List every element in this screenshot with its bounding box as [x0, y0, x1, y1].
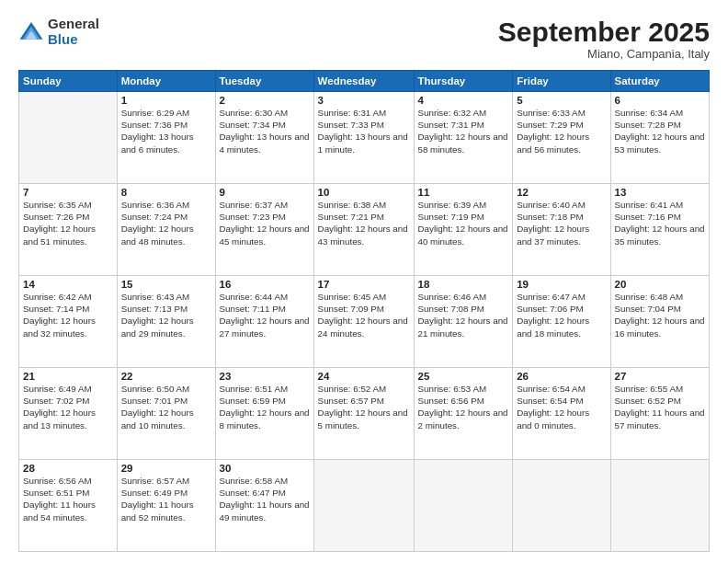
calendar-week-row: 14Sunrise: 6:42 AMSunset: 7:14 PMDayligh… — [19, 276, 710, 368]
day-number: 11 — [418, 187, 509, 198]
logo-icon — [18, 19, 44, 45]
col-sunday: Sunday — [19, 71, 118, 92]
day-number: 24 — [318, 371, 410, 382]
day-number: 10 — [318, 187, 410, 198]
table-row: 2Sunrise: 6:30 AMSunset: 7:34 PMDaylight… — [215, 92, 313, 184]
col-friday: Friday — [513, 71, 610, 92]
day-info: Sunrise: 6:56 AMSunset: 6:51 PMDaylight:… — [23, 475, 113, 523]
table-row: 26Sunrise: 6:54 AMSunset: 6:54 PMDayligh… — [513, 368, 610, 460]
col-tuesday: Tuesday — [215, 71, 313, 92]
day-number: 22 — [121, 371, 211, 382]
table-row: 27Sunrise: 6:55 AMSunset: 6:52 PMDayligh… — [610, 368, 710, 460]
day-info: Sunrise: 6:51 AMSunset: 6:59 PMDaylight:… — [220, 383, 310, 431]
day-number: 15 — [121, 279, 211, 290]
logo-general-text: General — [48, 17, 99, 32]
table-row — [313, 460, 414, 552]
logo: General Blue — [18, 17, 99, 47]
logo-text: General Blue — [48, 17, 99, 47]
day-number: 3 — [318, 95, 410, 106]
day-number: 28 — [23, 463, 113, 474]
day-number: 6 — [615, 95, 706, 106]
day-info: Sunrise: 6:34 AMSunset: 7:28 PMDaylight:… — [615, 107, 706, 155]
calendar-week-row: 1Sunrise: 6:29 AMSunset: 7:36 PMDaylight… — [19, 92, 710, 184]
table-row: 12Sunrise: 6:40 AMSunset: 7:18 PMDayligh… — [513, 184, 610, 276]
day-number: 30 — [220, 463, 310, 474]
day-info: Sunrise: 6:39 AMSunset: 7:19 PMDaylight:… — [418, 199, 509, 247]
day-info: Sunrise: 6:42 AMSunset: 7:14 PMDaylight:… — [23, 291, 113, 339]
calendar-week-row: 21Sunrise: 6:49 AMSunset: 7:02 PMDayligh… — [19, 368, 710, 460]
page: General Blue September 2025 Miano, Campa… — [0, 0, 728, 563]
day-number: 4 — [418, 95, 509, 106]
table-row — [414, 460, 513, 552]
day-info: Sunrise: 6:50 AMSunset: 7:01 PMDaylight:… — [121, 383, 211, 431]
table-row — [610, 460, 710, 552]
day-info: Sunrise: 6:58 AMSunset: 6:47 PMDaylight:… — [220, 475, 310, 523]
table-row: 23Sunrise: 6:51 AMSunset: 6:59 PMDayligh… — [215, 368, 313, 460]
table-row: 28Sunrise: 6:56 AMSunset: 6:51 PMDayligh… — [19, 460, 118, 552]
table-row — [19, 92, 118, 184]
calendar-header-row: Sunday Monday Tuesday Wednesday Thursday… — [19, 71, 710, 92]
day-info: Sunrise: 6:48 AMSunset: 7:04 PMDaylight:… — [615, 291, 706, 339]
table-row: 15Sunrise: 6:43 AMSunset: 7:13 PMDayligh… — [117, 276, 215, 368]
table-row: 13Sunrise: 6:41 AMSunset: 7:16 PMDayligh… — [610, 184, 710, 276]
table-row: 30Sunrise: 6:58 AMSunset: 6:47 PMDayligh… — [215, 460, 313, 552]
day-number: 5 — [517, 95, 606, 106]
day-info: Sunrise: 6:33 AMSunset: 7:29 PMDaylight:… — [517, 107, 606, 155]
day-info: Sunrise: 6:38 AMSunset: 7:21 PMDaylight:… — [318, 199, 410, 247]
day-info: Sunrise: 6:54 AMSunset: 6:54 PMDaylight:… — [517, 383, 606, 431]
table-row: 11Sunrise: 6:39 AMSunset: 7:19 PMDayligh… — [414, 184, 513, 276]
day-number: 16 — [220, 279, 310, 290]
col-monday: Monday — [117, 71, 215, 92]
day-number: 21 — [23, 371, 113, 382]
calendar-week-row: 7Sunrise: 6:35 AMSunset: 7:26 PMDaylight… — [19, 184, 710, 276]
table-row: 8Sunrise: 6:36 AMSunset: 7:24 PMDaylight… — [117, 184, 215, 276]
table-row: 6Sunrise: 6:34 AMSunset: 7:28 PMDaylight… — [610, 92, 710, 184]
day-number: 8 — [121, 187, 211, 198]
day-number: 20 — [615, 279, 706, 290]
col-saturday: Saturday — [610, 71, 710, 92]
table-row: 10Sunrise: 6:38 AMSunset: 7:21 PMDayligh… — [313, 184, 414, 276]
day-info: Sunrise: 6:32 AMSunset: 7:31 PMDaylight:… — [418, 107, 509, 155]
logo-blue-text: Blue — [48, 32, 99, 48]
table-row: 16Sunrise: 6:44 AMSunset: 7:11 PMDayligh… — [215, 276, 313, 368]
col-thursday: Thursday — [414, 71, 513, 92]
table-row: 29Sunrise: 6:57 AMSunset: 6:49 PMDayligh… — [117, 460, 215, 552]
day-number: 17 — [318, 279, 410, 290]
col-wednesday: Wednesday — [313, 71, 414, 92]
day-info: Sunrise: 6:36 AMSunset: 7:24 PMDaylight:… — [121, 199, 211, 247]
title-block: September 2025 Miano, Campania, Italy — [498, 17, 710, 61]
day-info: Sunrise: 6:41 AMSunset: 7:16 PMDaylight:… — [615, 199, 706, 247]
day-info: Sunrise: 6:52 AMSunset: 6:57 PMDaylight:… — [318, 383, 410, 431]
day-info: Sunrise: 6:30 AMSunset: 7:34 PMDaylight:… — [220, 107, 310, 155]
day-info: Sunrise: 6:46 AMSunset: 7:08 PMDaylight:… — [418, 291, 509, 339]
calendar-table: Sunday Monday Tuesday Wednesday Thursday… — [18, 70, 710, 552]
table-row: 18Sunrise: 6:46 AMSunset: 7:08 PMDayligh… — [414, 276, 513, 368]
day-info: Sunrise: 6:44 AMSunset: 7:11 PMDaylight:… — [220, 291, 310, 339]
day-number: 7 — [23, 187, 113, 198]
day-number: 26 — [517, 371, 606, 382]
table-row: 21Sunrise: 6:49 AMSunset: 7:02 PMDayligh… — [19, 368, 118, 460]
table-row: 14Sunrise: 6:42 AMSunset: 7:14 PMDayligh… — [19, 276, 118, 368]
day-info: Sunrise: 6:37 AMSunset: 7:23 PMDaylight:… — [220, 199, 310, 247]
day-number: 23 — [220, 371, 310, 382]
calendar-week-row: 28Sunrise: 6:56 AMSunset: 6:51 PMDayligh… — [19, 460, 710, 552]
day-info: Sunrise: 6:55 AMSunset: 6:52 PMDaylight:… — [615, 383, 706, 431]
table-row: 1Sunrise: 6:29 AMSunset: 7:36 PMDaylight… — [117, 92, 215, 184]
day-number: 13 — [615, 187, 706, 198]
month-title: September 2025 — [498, 17, 710, 47]
day-number: 9 — [220, 187, 310, 198]
day-info: Sunrise: 6:29 AMSunset: 7:36 PMDaylight:… — [121, 107, 211, 155]
table-row: 25Sunrise: 6:53 AMSunset: 6:56 PMDayligh… — [414, 368, 513, 460]
header: General Blue September 2025 Miano, Campa… — [18, 17, 710, 61]
table-row: 22Sunrise: 6:50 AMSunset: 7:01 PMDayligh… — [117, 368, 215, 460]
day-number: 27 — [615, 371, 706, 382]
table-row — [513, 460, 610, 552]
day-info: Sunrise: 6:35 AMSunset: 7:26 PMDaylight:… — [23, 199, 113, 247]
day-info: Sunrise: 6:47 AMSunset: 7:06 PMDaylight:… — [517, 291, 606, 339]
day-number: 1 — [121, 95, 211, 106]
table-row: 4Sunrise: 6:32 AMSunset: 7:31 PMDaylight… — [414, 92, 513, 184]
day-number: 29 — [121, 463, 211, 474]
table-row: 20Sunrise: 6:48 AMSunset: 7:04 PMDayligh… — [610, 276, 710, 368]
day-info: Sunrise: 6:31 AMSunset: 7:33 PMDaylight:… — [318, 107, 410, 155]
table-row: 9Sunrise: 6:37 AMSunset: 7:23 PMDaylight… — [215, 184, 313, 276]
